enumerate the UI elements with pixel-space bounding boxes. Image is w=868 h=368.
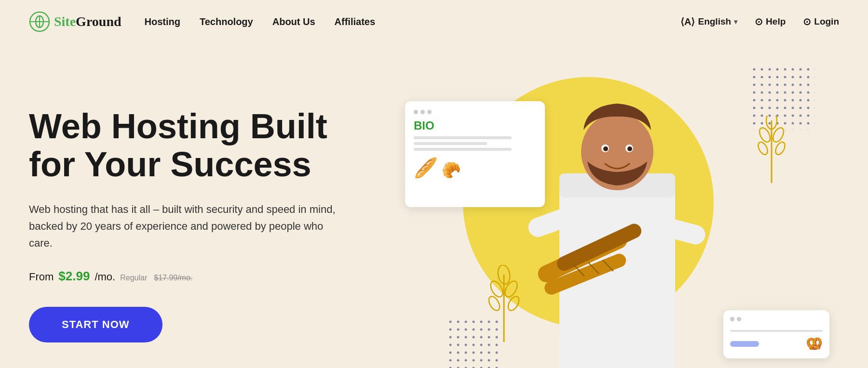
price-regular-value: $17.99/mo. [154, 274, 192, 282]
help-label: Help [766, 16, 786, 27]
nav-link-affiliates[interactable]: Affiliates [335, 16, 375, 27]
nav-link-hosting[interactable]: Hosting [145, 16, 180, 27]
phone-card-button [730, 341, 759, 347]
wheat-decoration-right [757, 116, 786, 185]
phone-card: 🥨 [723, 310, 829, 358]
phone-card-bottom: 🥨 [730, 336, 823, 352]
nav-links: Hosting Technology About Us Affiliates [145, 16, 681, 27]
nav-right: ⟨A⟩ English ▾ ⊙ Help ⊙ Login [680, 16, 839, 27]
pretzel-icon: 🥨 [806, 336, 823, 352]
svg-point-10 [488, 279, 505, 299]
baguette-icon: 🥖 [414, 157, 438, 179]
nav-item-about[interactable]: About Us [272, 16, 315, 27]
hero-content: Web Hosting Built for Your Success Web h… [29, 107, 366, 343]
svg-point-26 [627, 146, 632, 151]
login-link[interactable]: ⊙ Login [803, 16, 839, 27]
nav-link-technology[interactable]: Technology [200, 16, 253, 27]
login-icon: ⊙ [803, 16, 811, 27]
bio-card-line-1 [414, 136, 512, 139]
phone-card-dots [730, 317, 823, 321]
bio-dot-1 [414, 110, 418, 114]
croissant-icon: 🥐 [442, 161, 461, 179]
logo-icon [29, 11, 50, 32]
phone-dot-1 [730, 317, 734, 321]
hero-subtitle: Web hosting that has it all – built with… [29, 201, 338, 252]
bio-card-line-2 [414, 142, 487, 145]
chef-person [516, 63, 719, 368]
bio-dot-3 [427, 110, 432, 114]
hero-illustration: BIO 🥖 🥐 [366, 63, 839, 368]
language-icon: ⟨A⟩ [680, 16, 695, 27]
price-row: From $2.99 /mo. Regular $17.99/mo. [29, 269, 366, 284]
bio-card-line-3 [414, 148, 512, 151]
help-link[interactable]: ⊙ Help [755, 16, 786, 27]
nav-item-hosting[interactable]: Hosting [145, 16, 180, 27]
help-icon: ⊙ [755, 16, 763, 27]
login-label: Login [814, 16, 839, 27]
start-now-button[interactable]: START NOW [29, 307, 163, 342]
hero-section: Web Hosting Built for Your Success Web h… [0, 43, 868, 368]
svg-point-25 [603, 146, 608, 151]
logo[interactable]: SiteGround [29, 11, 122, 32]
phone-line-1 [730, 330, 823, 332]
nav-item-affiliates[interactable]: Affiliates [335, 16, 375, 27]
price-value: $2.99 [58, 269, 90, 284]
nav-item-technology[interactable]: Technology [200, 16, 253, 27]
navbar: SiteGround Hosting Technology About Us A… [0, 0, 868, 43]
price-regular-label: Regular [120, 274, 147, 282]
phone-dot-2 [737, 317, 741, 321]
nav-link-about[interactable]: About Us [272, 16, 315, 27]
bio-dot-2 [420, 110, 425, 114]
price-from-label: From [29, 271, 54, 283]
svg-point-18 [757, 141, 770, 156]
hero-title: Web Hosting Built for Your Success [29, 107, 366, 184]
price-unit: /mo. [95, 271, 115, 283]
chef-svg [516, 77, 719, 368]
chevron-down-icon: ▾ [734, 18, 737, 26]
language-label: English [698, 16, 731, 27]
logo-text: SiteGround [54, 14, 122, 29]
svg-point-19 [773, 141, 786, 156]
language-selector[interactable]: ⟨A⟩ English ▾ [680, 16, 737, 27]
